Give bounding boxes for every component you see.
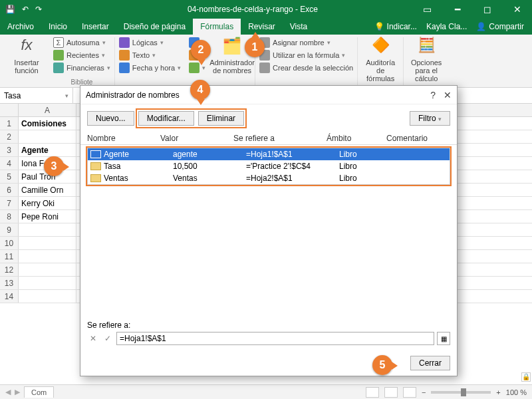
window-title: 04-nombres-de-celda-y-rango - Exce bbox=[93, 5, 412, 14]
cell[interactable] bbox=[19, 130, 76, 143]
zoom-in-icon[interactable]: + bbox=[496, 388, 500, 396]
status-bar: ◀ ▶ Com − + 100 % bbox=[0, 384, 532, 399]
tell-me-search[interactable]: 💡Indicar... bbox=[370, 20, 421, 33]
col-header[interactable]: A bbox=[19, 104, 76, 116]
formula-audit-button[interactable]: 🔶 Auditoría de fórmulas bbox=[362, 37, 399, 82]
tab-archivo[interactable]: Archivo bbox=[0, 19, 41, 35]
names-list[interactable]: Agenteagente=Hoja1!$A$1LibroTasa10,500='… bbox=[87, 148, 450, 185]
sheet-prev-icon[interactable]: ◀ bbox=[5, 388, 11, 396]
undo-icon[interactable]: ↶ bbox=[22, 5, 29, 14]
range-picker-icon[interactable]: ▦ bbox=[437, 332, 450, 345]
tab-vista[interactable]: Vista bbox=[283, 19, 315, 35]
recent-button[interactable]: Recientes▾ bbox=[53, 50, 110, 61]
name-box[interactable]: Tasa ▾ bbox=[0, 88, 73, 103]
row-header[interactable]: 11 bbox=[0, 250, 19, 263]
delete-button[interactable]: Eliminar bbox=[198, 111, 244, 126]
name-row[interactable]: Agenteagente=Hoja1!$A$1Libro bbox=[88, 148, 450, 160]
view-normal-icon[interactable] bbox=[366, 387, 379, 398]
edit-button[interactable]: Modificar... bbox=[138, 111, 194, 126]
tab-diseno[interactable]: Diseño de página bbox=[116, 19, 193, 35]
cell[interactable] bbox=[19, 277, 76, 289]
cell[interactable] bbox=[19, 290, 76, 303]
calc-options-button[interactable]: 🧮 Opciones para el cálculo bbox=[408, 37, 445, 82]
datetime-button[interactable]: Fecha y hora▾ bbox=[119, 63, 181, 73]
close-button[interactable]: Cerrar bbox=[410, 356, 450, 370]
row-header[interactable]: 6 bbox=[0, 184, 19, 196]
row-header[interactable]: 4 bbox=[0, 157, 19, 170]
callout-3: 3 bbox=[44, 156, 64, 176]
cell[interactable]: Pepe Roni bbox=[19, 210, 76, 223]
chevron-down-icon[interactable]: ▾ bbox=[65, 92, 68, 99]
name-row[interactable]: VentasVentas=Hoja2!$A$1Libro bbox=[88, 172, 450, 184]
zoom-slider[interactable] bbox=[431, 391, 491, 394]
row-header[interactable]: 14 bbox=[0, 290, 19, 303]
tab-insertar[interactable]: Insertar bbox=[74, 19, 116, 35]
cell[interactable]: Kerry Oki bbox=[19, 197, 76, 209]
cell[interactable] bbox=[19, 250, 76, 263]
cell[interactable] bbox=[19, 263, 76, 276]
view-pagebreak-icon[interactable] bbox=[403, 387, 416, 398]
share-button[interactable]: 👤Compartir bbox=[472, 20, 528, 33]
create-from-selection-button[interactable]: Crear desde la selección bbox=[259, 63, 353, 73]
view-pagelayout-icon[interactable] bbox=[384, 387, 398, 398]
row-header[interactable]: 13 bbox=[0, 277, 19, 289]
zoom-value[interactable]: 100 % bbox=[506, 388, 527, 396]
chevron-down-icon: ▾ bbox=[438, 116, 442, 122]
redo-icon[interactable]: ↷ bbox=[35, 5, 42, 14]
row-header[interactable]: 5 bbox=[0, 170, 19, 183]
cell[interactable]: Camille Orn bbox=[19, 184, 76, 196]
tab-formulas[interactable]: Fórmulas bbox=[193, 19, 241, 35]
row-header[interactable]: 10 bbox=[0, 237, 19, 249]
cancel-ref-icon[interactable]: ✕ bbox=[87, 334, 99, 343]
cell[interactable]: Comisiones bbox=[19, 117, 76, 130]
tab-inicio[interactable]: Inicio bbox=[41, 19, 74, 35]
ribbon: fx Insertar función ΣAutosuma▾ Recientes… bbox=[0, 35, 532, 88]
insert-function-button[interactable]: fx Insertar función bbox=[8, 37, 45, 74]
titlebar: 💾 ↶ ↷ 04-nombres-de-celda-y-rango - Exce… bbox=[0, 0, 532, 19]
lightbulb-icon: 💡 bbox=[374, 22, 384, 31]
define-name-button[interactable]: Asignar nombre▾ bbox=[259, 37, 353, 48]
select-all-corner[interactable] bbox=[0, 104, 19, 116]
zoom-out-icon[interactable]: − bbox=[422, 388, 426, 396]
financial-button[interactable]: Financieras▾ bbox=[53, 63, 110, 73]
row-header[interactable]: 12 bbox=[0, 263, 19, 276]
money-icon bbox=[53, 63, 64, 73]
sheet-next-icon[interactable]: ▶ bbox=[15, 388, 20, 396]
row-header[interactable]: 7 bbox=[0, 197, 19, 209]
row-header[interactable]: 2 bbox=[0, 130, 19, 143]
ribbon-options-icon[interactable]: ▭ bbox=[412, 0, 442, 19]
audit-icon: 🔶 bbox=[370, 37, 390, 57]
minimize-icon[interactable]: ━ bbox=[442, 0, 472, 19]
filter-button[interactable]: Filtro ▾ bbox=[410, 111, 450, 126]
selection-icon bbox=[259, 63, 270, 73]
cell[interactable] bbox=[19, 223, 76, 236]
use-in-formula-button[interactable]: Utilizar en la fórmula▾ bbox=[259, 50, 353, 61]
refers-to-label: Se refiere a: bbox=[87, 321, 450, 330]
callout-2: 2 bbox=[191, 40, 211, 60]
help-icon[interactable]: ? bbox=[430, 90, 436, 100]
name-row[interactable]: Tasa10,500='Practice 2'!$C$4Libro bbox=[88, 160, 450, 172]
cell[interactable]: Agente bbox=[19, 144, 76, 156]
sheet-tab[interactable]: Com bbox=[24, 386, 54, 398]
autosum-button[interactable]: ΣAutosuma▾ bbox=[53, 37, 110, 48]
cell[interactable] bbox=[19, 237, 76, 249]
row-header[interactable]: 1 bbox=[0, 117, 19, 130]
save-icon[interactable]: 💾 bbox=[5, 5, 15, 14]
row-header[interactable]: 9 bbox=[0, 223, 19, 236]
refers-to-input[interactable] bbox=[116, 332, 434, 345]
close-icon[interactable]: ✕ bbox=[444, 90, 452, 100]
user-account[interactable]: Kayla Cla... bbox=[422, 20, 471, 33]
share-icon: 👤 bbox=[476, 22, 486, 31]
name-icon bbox=[90, 150, 101, 158]
new-button[interactable]: Nuevo... bbox=[87, 111, 134, 126]
name-manager-dialog: Administrador de nombres ? ✕ Nuevo... Mo… bbox=[80, 85, 458, 376]
list-header: Nombre Valor Se refiere a Ámbito Comenta… bbox=[80, 131, 457, 145]
accept-ref-icon[interactable]: ✓ bbox=[102, 334, 114, 343]
maximize-icon[interactable]: ◻ bbox=[472, 0, 502, 19]
tab-revisar[interactable]: Revisar bbox=[241, 19, 283, 35]
close-icon[interactable]: ✕ bbox=[502, 0, 532, 19]
logical-button[interactable]: Lógicas▾ bbox=[119, 37, 181, 48]
row-header[interactable]: 8 bbox=[0, 210, 19, 223]
row-header[interactable]: 3 bbox=[0, 144, 19, 156]
text-button[interactable]: Texto▾ bbox=[119, 50, 181, 61]
